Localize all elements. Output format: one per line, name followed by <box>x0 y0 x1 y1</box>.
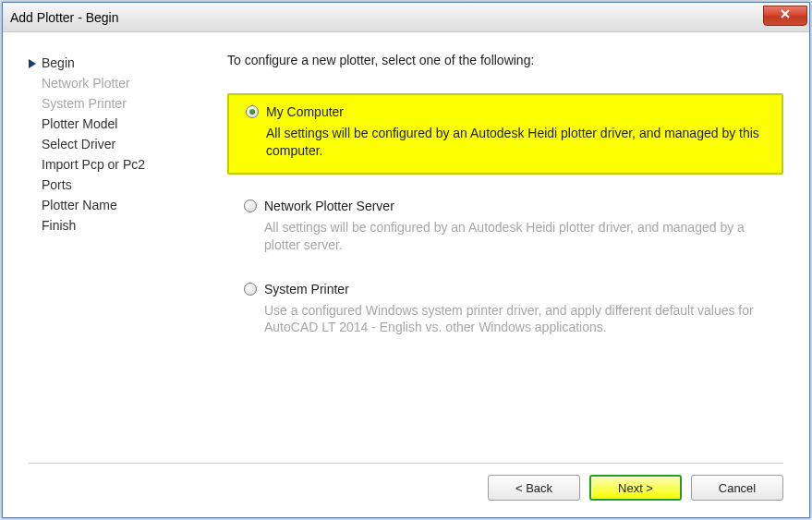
radio-row-system-printer[interactable]: System Printer <box>244 282 767 296</box>
step-select-driver: Select Driver <box>29 136 227 152</box>
separator <box>29 463 783 464</box>
radio-desc-my-computer: All settings will be configured by an Au… <box>246 125 765 160</box>
radio-system-printer[interactable] <box>244 283 257 296</box>
option-network-plotter-server[interactable]: Network Plotter Server All settings will… <box>227 189 783 267</box>
option-system-printer[interactable]: System Printer Use a configured Windows … <box>227 272 783 350</box>
step-system-printer: System Printer <box>29 95 227 112</box>
wizard-sidebar: Begin Network Plotter System Printer Plo… <box>29 53 227 450</box>
option-my-computer[interactable]: My Computer All settings will be configu… <box>227 93 783 175</box>
radio-row-network-plotter-server[interactable]: Network Plotter Server <box>244 199 767 213</box>
step-plotter-model: Plotter Model <box>29 115 227 132</box>
radio-my-computer[interactable] <box>246 105 259 118</box>
radio-label-network-plotter-server: Network Plotter Server <box>264 199 394 213</box>
cancel-button[interactable]: Cancel <box>691 475 783 501</box>
radio-label-system-printer: System Printer <box>264 282 349 296</box>
main-panel: To configure a new plotter, select one o… <box>227 53 783 450</box>
footer: < Back Next > Cancel <box>3 475 809 517</box>
back-button[interactable]: < Back <box>488 475 580 501</box>
radio-network-plotter-server[interactable] <box>244 200 257 212</box>
window-title: Add Plotter - Begin <box>10 10 763 25</box>
step-finish: Finish <box>29 217 227 234</box>
titlebar[interactable]: Add Plotter - Begin <box>3 3 809 32</box>
step-begin: Begin <box>29 54 227 71</box>
instruction-text: To configure a new plotter, select one o… <box>227 53 783 67</box>
step-import-pcp: Import Pcp or Pc2 <box>29 156 227 173</box>
radio-desc-system-printer: Use a configured Windows system printer … <box>244 302 767 337</box>
wizard-window: Add Plotter - Begin Begin Network Plotte… <box>2 2 810 518</box>
radio-label-my-computer: My Computer <box>266 104 344 119</box>
close-button[interactable] <box>763 6 807 26</box>
radio-row-my-computer[interactable]: My Computer <box>246 104 765 119</box>
next-button[interactable]: Next > <box>589 475 682 501</box>
step-plotter-name: Plotter Name <box>29 197 227 213</box>
step-network-plotter: Network Plotter <box>29 75 227 91</box>
content-area: Begin Network Plotter System Printer Plo… <box>3 32 809 459</box>
radio-desc-network-plotter-server: All settings will be configured by an Au… <box>244 219 767 254</box>
close-icon <box>779 7 792 23</box>
step-ports: Ports <box>29 176 227 193</box>
